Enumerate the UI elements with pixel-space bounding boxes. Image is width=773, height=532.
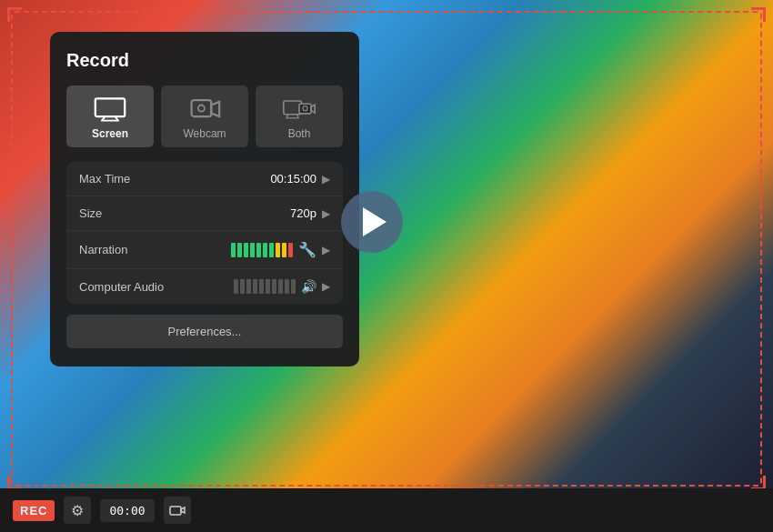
camera-icon	[169, 504, 186, 517]
webcam-icon	[188, 96, 221, 122]
max-time-chevron: ▶	[322, 173, 330, 186]
size-row: Size 720p ▶	[66, 196, 343, 231]
bottom-toolbar: REC ⚙ 00:00	[0, 488, 773, 532]
screen-label: Screen	[92, 127, 128, 140]
webcam-label: Webcam	[183, 127, 226, 140]
audio-bar-7	[272, 279, 276, 294]
narration-bar-1	[231, 243, 236, 257]
audio-bar-1	[234, 279, 238, 294]
narration-bar-3	[244, 243, 248, 257]
record-panel: Record Screen Webcam	[50, 32, 359, 366]
both-icon	[283, 96, 316, 122]
rec-badge: REC	[13, 500, 55, 521]
audio-bar-9	[285, 279, 289, 294]
audio-bar-6	[266, 279, 270, 294]
camera-button[interactable]	[164, 497, 191, 524]
screen-icon	[94, 96, 126, 122]
max-time-label: Max Time	[79, 172, 179, 186]
audio-chevron: ▶	[322, 280, 330, 293]
play-triangle-icon	[363, 207, 386, 236]
audio-bar-8	[278, 279, 283, 294]
computer-audio-bars	[234, 279, 296, 294]
svg-rect-4	[192, 100, 212, 116]
narration-bar-4	[250, 243, 255, 257]
svg-rect-14	[170, 507, 181, 515]
max-time-value: 00:15:00 ▶	[270, 172, 330, 186]
source-row: Screen Webcam	[66, 85, 343, 147]
svg-marker-15	[181, 507, 185, 513]
preferences-button[interactable]: Preferences...	[66, 315, 343, 348]
narration-bar-6	[263, 243, 267, 257]
narration-label: Narration	[79, 243, 179, 256]
narration-bars	[231, 243, 293, 257]
both-label: Both	[288, 127, 311, 140]
settings-button[interactable]: ⚙	[64, 497, 91, 524]
audio-bar-3	[246, 279, 251, 294]
svg-rect-11	[299, 104, 311, 114]
svg-rect-0	[95, 98, 125, 116]
panel-title: Record	[66, 50, 343, 71]
speaker-icon: 🔊	[301, 279, 316, 294]
narration-bar-5	[256, 243, 261, 257]
max-time-row: Max Time 00:15:00 ▶	[66, 162, 343, 196]
size-chevron: ▶	[322, 207, 330, 220]
play-button[interactable]	[341, 191, 403, 253]
svg-marker-12	[311, 105, 315, 113]
narration-chevron: ▶	[322, 244, 330, 256]
narration-bar-7	[269, 243, 274, 257]
source-screen-button[interactable]: Screen	[66, 85, 154, 147]
mic-icon: 🔧	[298, 241, 316, 258]
svg-point-6	[198, 105, 205, 112]
computer-audio-row: Computer Audio 🔊 ▶	[66, 269, 343, 304]
size-value: 720p ▶	[290, 206, 330, 220]
audio-bar-2	[240, 279, 245, 294]
computer-audio-label: Computer Audio	[79, 280, 179, 294]
source-both-button[interactable]: Both	[256, 85, 343, 147]
narration-bar-2	[237, 243, 242, 257]
audio-bar-5	[259, 279, 264, 294]
source-webcam-button[interactable]: Webcam	[161, 85, 248, 147]
narration-bar-10	[288, 243, 293, 257]
narration-bar-9	[282, 243, 286, 257]
audio-bar-4	[253, 279, 257, 294]
narration-row: Narration 🔧 ▶	[66, 231, 343, 269]
computer-audio-value: 🔊 ▶	[234, 279, 330, 294]
svg-marker-5	[211, 102, 219, 116]
narration-bar-8	[276, 243, 280, 257]
gear-icon: ⚙	[71, 502, 84, 519]
size-label: Size	[79, 206, 179, 220]
settings-section: Max Time 00:15:00 ▶ Size 720p ▶ Narratio…	[66, 162, 343, 304]
audio-bar-10	[291, 279, 296, 294]
time-display: 00:00	[100, 499, 154, 522]
narration-value: 🔧 ▶	[231, 241, 330, 258]
main-container: Record Screen Webcam	[0, 0, 773, 532]
